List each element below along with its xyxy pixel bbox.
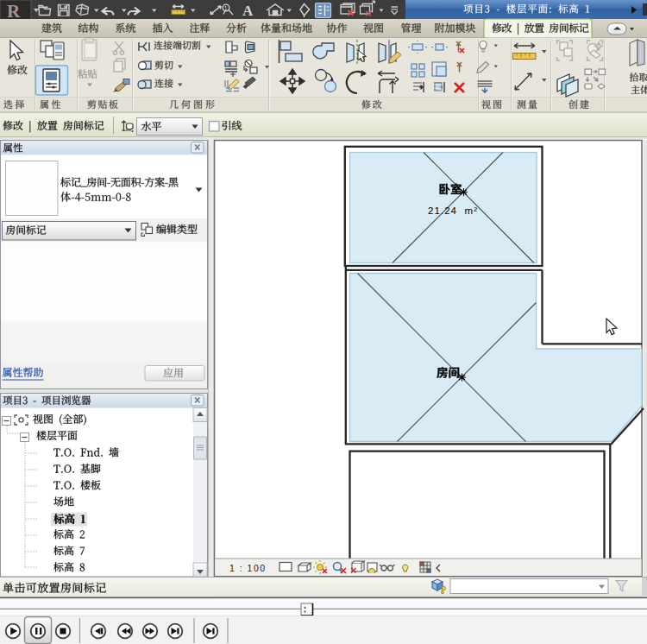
svg-text:21.24 m²: 21.24 m² [428,205,478,216]
svg-text:A: A [242,3,254,19]
svg-text:1: 1 [224,5,228,11]
svg-text:1 : 100: 1 : 100 [229,563,267,573]
svg-text:R: R [7,1,21,22]
